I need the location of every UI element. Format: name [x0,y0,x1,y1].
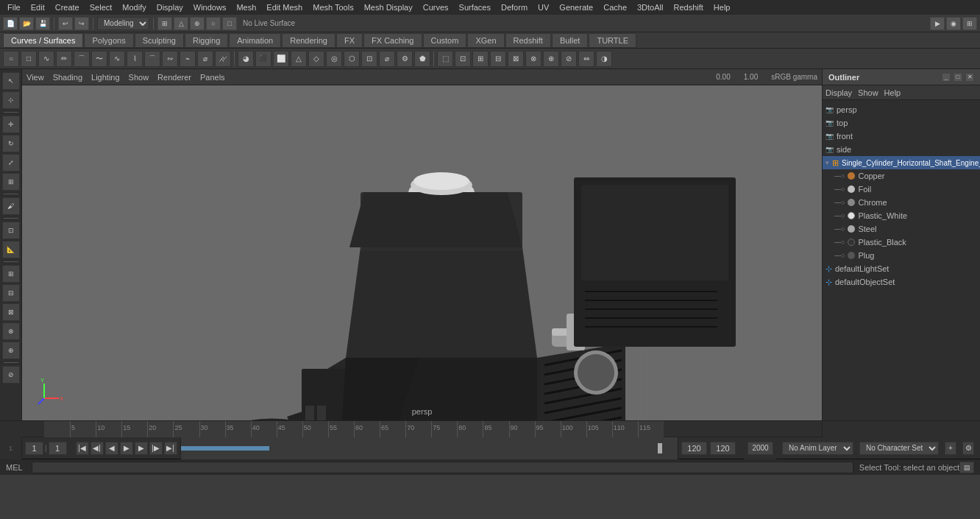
outliner-item-steel[interactable]: —○ Steel [823,222,980,236]
menu-file[interactable]: File [3,1,25,13]
toolbar-snap1[interactable]: ⊞ [157,17,172,30]
tool-wave4[interactable]: ⌒ [144,51,160,67]
left-tool-grid3[interactable]: ⊠ [2,303,20,321]
toolbar-render2[interactable]: ◉ [946,17,961,30]
toolbar-snap2[interactable]: △ [174,17,188,30]
outliner-item-side[interactable]: 📷 side [823,143,980,156]
outliner-item-top[interactable]: 📷 top [823,116,980,130]
left-tool-grid[interactable]: ⊞ [2,265,20,283]
toolbar-undo[interactable]: ↩ [58,17,73,30]
outliner-item-copper[interactable]: —○ Copper [823,169,980,183]
tab-turtle[interactable]: TURTLE [589,33,636,48]
tab-fx[interactable]: FX [336,33,363,48]
toolbar-snap4[interactable]: ○ [206,17,221,30]
left-tool-lasso[interactable]: ⊹ [2,91,20,109]
left-tool-measure[interactable]: 📐 [2,241,20,258]
tool-circle[interactable]: ○ [3,51,19,67]
tool-mirror[interactable]: ⇔ [578,51,594,67]
outliner-item-foil[interactable]: —○ Foil [823,183,980,196]
tool-box5[interactable]: ⊟ [490,51,506,67]
menu-meshdisplay[interactable]: Mesh Display [360,1,417,13]
left-tool-paint[interactable]: 🖌 [2,197,20,215]
outliner-item-persp[interactable]: 📷 persp [823,103,980,116]
outliner-item-objectset[interactable]: ⊹ defaultObjectSet [823,275,980,289]
tab-rigging[interactable]: Rigging [185,33,228,48]
playback-prev-key[interactable]: ◀| [90,442,104,455]
vp-menu-lighting[interactable]: Lighting [91,73,120,82]
outliner-maximize[interactable]: □ [954,73,962,82]
anim-layer-add[interactable]: + [945,442,956,455]
tool-box3[interactable]: ⊡ [455,51,471,67]
menu-modify[interactable]: Modify [118,1,150,13]
left-tool-grid4[interactable]: ⊗ [2,322,20,340]
menu-display[interactable]: Display [152,1,188,13]
playback-to-end[interactable]: ▶| [164,442,177,455]
menu-generate[interactable]: Generate [555,1,597,13]
outliner-item-lightset[interactable]: ⊹ defaultLightSet [823,262,980,275]
tab-redshift[interactable]: Redshift [505,33,551,48]
outliner-close[interactable]: ✕ [965,73,974,82]
script-editor-toggle[interactable]: ▤ [959,462,974,473]
playback-to-start[interactable]: |◀ [76,442,89,455]
left-tool-scale[interactable]: ⤢ [2,154,20,172]
left-tool-grid2[interactable]: ⊟ [2,284,20,302]
tool-cone[interactable]: △ [291,51,307,67]
outliner-item-front[interactable]: 📷 front [823,130,980,143]
tab-polygons[interactable]: Polygons [84,33,133,48]
playback-next-key[interactable]: |▶ [149,442,163,455]
menu-edit[interactable]: Edit [26,1,49,13]
anim-options[interactable]: ⚙ [962,442,974,455]
vp-menu-show[interactable]: Show [129,73,149,82]
vp-menu-panels[interactable]: Panels [200,73,225,82]
vp-menu-view[interactable]: View [26,73,44,82]
tool-bezier[interactable]: ⌒ [74,51,90,67]
left-tool-grid6[interactable]: ⊘ [2,366,20,384]
tool-wave3[interactable]: ⌇ [127,51,143,67]
tool-smooth[interactable]: ◑ [596,51,612,67]
tool-curve[interactable]: ∿ [38,51,54,67]
tool-cylinder[interactable]: ⬜ [273,51,289,67]
left-tool-rotate[interactable]: ↻ [2,135,20,152]
toolbar-redo[interactable]: ↪ [74,17,89,30]
viewport[interactable]: View Shading Lighting Show Renderer Pane… [22,69,822,420]
anim-layer-selector[interactable]: No Anim Layer [782,442,853,455]
tool-wave5[interactable]: ∾ [162,51,178,67]
left-tool-snap[interactable]: ⊡ [2,222,20,239]
menu-help[interactable]: Help [709,1,735,13]
left-tool-move[interactable]: ✛ [2,116,20,133]
timeline-numbers[interactable]: 5101520253035404550556065707580859095100… [44,421,664,437]
outliner-item-plug[interactable]: —○ Plug [823,249,980,262]
toolbar-file-open[interactable]: 📂 [19,17,34,30]
tool-cube[interactable]: ⬛ [255,51,271,67]
tab-custom[interactable]: Custom [423,33,467,48]
tool-box6[interactable]: ⊠ [508,51,524,67]
left-tool-select[interactable]: ↖ [2,72,20,90]
tab-xgen[interactable]: XGen [467,33,504,48]
outliner-menu-help[interactable]: Help [884,88,901,97]
tool-box9[interactable]: ⊘ [561,51,577,67]
toolbar-snap3[interactable]: ⊕ [190,17,205,30]
menu-cache[interactable]: Cache [599,1,631,13]
tool-box7[interactable]: ⊗ [525,51,542,67]
menu-3dtall[interactable]: 3DtoAll [633,1,667,13]
tool-pipe[interactable]: ⊡ [361,51,377,67]
outliner-item-engine[interactable]: ▾ ⊞ Single_Cylinder_Horizontal_Shaft_Eng… [823,156,980,169]
tool-wave1[interactable]: 〜 [91,51,107,67]
tab-curves-surfaces[interactable]: Curves / Surfaces [3,33,83,48]
tool-wave6[interactable]: ⌁ [180,51,196,67]
tool-gear[interactable]: ⚙ [397,51,413,67]
tab-animation[interactable]: Animation [229,33,281,48]
menu-deform[interactable]: Deform [497,1,532,13]
vp-menu-shading[interactable]: Shading [53,73,82,82]
tool-torus[interactable]: ◎ [326,51,342,67]
tab-sculpting[interactable]: Sculpting [135,33,184,48]
playback-prev-frame[interactable]: ◀ [105,442,118,455]
tab-rendering[interactable]: Rendering [282,33,335,48]
tool-square[interactable]: □ [21,51,37,67]
outliner-menu-show[interactable]: Show [858,88,878,97]
menu-meshtools[interactable]: Mesh Tools [308,1,358,13]
range-slider-area[interactable] [180,437,678,459]
speed-field[interactable] [748,442,773,455]
tab-bullet[interactable]: Bullet [552,33,589,48]
frame-speed[interactable] [710,442,736,455]
